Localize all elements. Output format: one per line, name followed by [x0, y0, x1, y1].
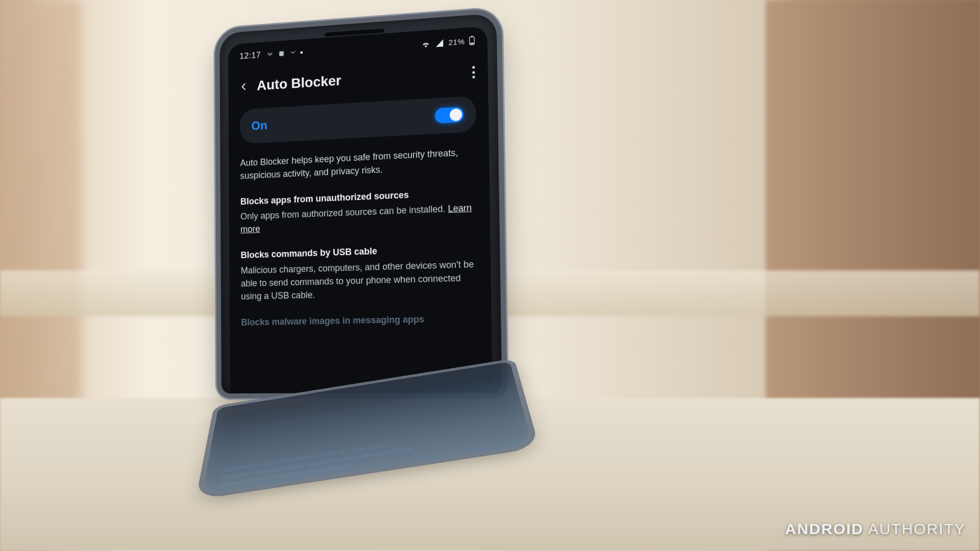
status-time: 12:17 [239, 50, 261, 61]
wifi-icon [421, 39, 431, 48]
section-usb-commands: Blocks commands by USB cable Malicious c… [240, 241, 478, 303]
more-dot-icon [300, 51, 303, 54]
phone-frame: 12:17 21% [219, 13, 502, 393]
toggle-switch[interactable] [435, 107, 464, 123]
svg-rect-3 [470, 43, 473, 44]
back-icon[interactable] [240, 82, 249, 91]
app-icon [277, 50, 286, 58]
section-malware-images-cutoff: Blocks malware images in messaging apps [241, 311, 479, 329]
watermark-light: AUTHORITY [868, 520, 966, 537]
signal-icon [435, 38, 445, 47]
intro-text: Auto Blocker helps keep you safe from se… [240, 145, 477, 182]
section-sub: Malicious chargers, computers, and other… [241, 257, 479, 303]
battery-icon [469, 36, 475, 45]
phone-screen: 12:17 21% [228, 26, 493, 393]
svg-rect-0 [279, 51, 284, 56]
svg-rect-2 [471, 36, 473, 37]
status-notif-icons [265, 48, 303, 58]
toggle-state-label: On [251, 118, 267, 133]
battery-percent: 21% [449, 37, 465, 46]
master-toggle-row[interactable]: On [240, 96, 476, 144]
more-menu-icon[interactable] [472, 66, 475, 79]
phone-upper-half: 12:17 21% [219, 13, 502, 393]
section-unauthorized-apps: Blocks apps from unauthorized sources On… [240, 186, 478, 236]
watermark: ANDROID AUTHORITY [785, 520, 966, 538]
watermark-bold: ANDROID [785, 520, 864, 537]
gmail-icon [265, 51, 274, 58]
photo-backdrop: 12:17 21% [0, 0, 980, 551]
page-title: Auto Blocker [257, 72, 341, 94]
settings-body: Auto Blocker helps keep you safe from se… [240, 145, 479, 329]
toggle-knob [450, 108, 462, 121]
gmail-icon [289, 49, 298, 57]
